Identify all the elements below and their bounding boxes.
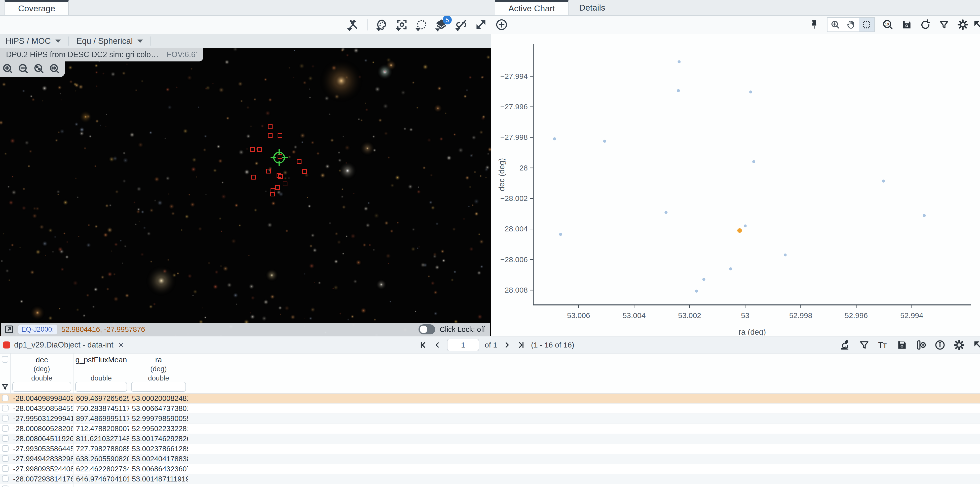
last-page-icon[interactable] xyxy=(517,341,525,349)
data-point[interactable] xyxy=(664,211,667,214)
expand-nw-icon[interactable] xyxy=(972,19,980,30)
data-point[interactable] xyxy=(729,267,732,270)
gear-icon[interactable] xyxy=(953,339,965,351)
palette-icon[interactable] xyxy=(376,19,388,31)
row-checkbox[interactable] xyxy=(2,405,8,412)
click-lock-toggle[interactable] xyxy=(418,324,435,334)
detection-marker[interactable] xyxy=(270,192,275,196)
row-checkbox[interactable] xyxy=(2,476,8,482)
data-point[interactable] xyxy=(923,214,926,217)
zoom-1x-icon[interactable]: 1X xyxy=(882,19,894,30)
next-page-icon[interactable] xyxy=(503,341,511,349)
filter-input-g-psffluxmean[interactable] xyxy=(75,382,127,392)
detection-marker[interactable] xyxy=(297,159,302,164)
row-checkbox[interactable] xyxy=(2,415,8,422)
detection-marker[interactable] xyxy=(278,133,282,138)
zoom-out-icon[interactable] xyxy=(18,63,29,75)
analyze-icon[interactable] xyxy=(840,339,851,351)
page-input[interactable] xyxy=(447,339,479,351)
row-checkbox[interactable] xyxy=(2,485,8,487)
filter-icon[interactable] xyxy=(859,339,870,351)
table-row[interactable]: -28.008064511926882811.621032714843853.0… xyxy=(0,434,980,444)
table-row[interactable]: -27.99503129994192897.486999511718852.99… xyxy=(0,414,980,424)
zoom-in-icon[interactable] xyxy=(2,63,14,75)
center-on-selection-icon[interactable] xyxy=(396,19,408,31)
detection-marker[interactable] xyxy=(250,147,255,152)
zoom-in-icon[interactable] xyxy=(827,18,843,32)
first-page-icon[interactable] xyxy=(419,341,427,349)
detection-marker[interactable] xyxy=(257,147,262,152)
add-column-icon[interactable] xyxy=(915,339,927,351)
tools-icon[interactable] xyxy=(347,19,359,31)
unlink-icon[interactable] xyxy=(455,19,467,31)
detection-marker[interactable] xyxy=(266,169,271,174)
expand-icon[interactable] xyxy=(475,19,487,31)
tab-coverage[interactable]: Coverage xyxy=(5,0,69,15)
popout-icon[interactable] xyxy=(4,324,14,334)
select-region-icon[interactable] xyxy=(415,19,428,31)
data-point[interactable] xyxy=(744,224,747,227)
scatter-chart[interactable]: 53.00653.00453.0025352.99852.99652.994−2… xyxy=(491,34,980,335)
data-point[interactable] xyxy=(784,254,787,257)
filter-icon[interactable] xyxy=(939,19,950,30)
zoom-fill-icon[interactable] xyxy=(49,63,60,75)
text-view-icon[interactable]: T T xyxy=(877,339,889,351)
data-point[interactable] xyxy=(695,290,698,292)
close-icon[interactable]: × xyxy=(119,340,124,350)
table-row[interactable]: -28.007293814176624646.974670410156253.0… xyxy=(0,474,980,484)
column-header-g-psffluxmean[interactable]: g_psfFluxMean double xyxy=(73,353,129,383)
row-checkbox[interactable] xyxy=(2,395,8,401)
data-point[interactable] xyxy=(882,180,885,182)
data-point[interactable] xyxy=(752,160,755,163)
table-row[interactable] xyxy=(0,484,980,487)
detection-marker[interactable] xyxy=(268,125,272,129)
detection-marker[interactable] xyxy=(302,169,307,174)
projection-dropdown[interactable]: Equ / Spherical xyxy=(76,36,143,46)
scatter-plot-canvas[interactable]: 53.00653.00453.0025352.99852.99652.994−2… xyxy=(491,34,980,335)
column-header-ra[interactable]: ra (deg) double xyxy=(129,353,188,383)
detection-marker[interactable] xyxy=(275,185,280,190)
table-row[interactable]: -27.998093524408386622.462280273437553.0… xyxy=(0,464,980,474)
table-row[interactable]: -28.00086052820697712.478820800781252.99… xyxy=(0,424,980,434)
detection-marker[interactable] xyxy=(251,175,256,180)
data-point[interactable] xyxy=(678,60,681,63)
data-point[interactable] xyxy=(702,278,705,281)
row-checkbox[interactable] xyxy=(2,425,8,432)
select-all-checkbox[interactable] xyxy=(2,356,8,362)
pan-hand-icon[interactable] xyxy=(843,18,859,32)
detection-marker[interactable] xyxy=(278,174,283,179)
data-point[interactable] xyxy=(559,233,562,236)
tab-details[interactable]: Details xyxy=(568,0,616,15)
filter-input-ra[interactable] xyxy=(131,382,186,392)
sky-image-viewer[interactable]: DP0.2 HiPS from DESC DC2 sim: gri colo… … xyxy=(0,48,491,336)
selected-data-point[interactable] xyxy=(737,228,742,233)
table-row[interactable]: -27.994942838298332638.260559082031253.0… xyxy=(0,454,980,464)
data-point[interactable] xyxy=(553,137,556,140)
save-icon[interactable] xyxy=(901,19,912,30)
hips-moc-dropdown[interactable]: HiPS / MOC xyxy=(6,36,61,46)
detection-marker[interactable] xyxy=(268,133,272,138)
gear-icon[interactable] xyxy=(957,19,969,30)
table-row[interactable]: -28.004350858455094750.283874511718853.0… xyxy=(0,404,980,414)
table-row[interactable]: -28.004098998402267609.469726562553.0002… xyxy=(0,394,980,404)
layers-icon[interactable]: 5 xyxy=(435,18,448,31)
row-checkbox[interactable] xyxy=(2,445,8,452)
info-icon[interactable] xyxy=(934,339,946,351)
row-checkbox[interactable] xyxy=(2,465,8,472)
tab-active-chart[interactable]: Active Chart xyxy=(495,0,568,15)
coord-system-chip[interactable]: EQ-J2000: xyxy=(18,324,57,334)
row-checkbox[interactable] xyxy=(2,455,8,462)
zoom-fit-icon[interactable] xyxy=(33,63,45,75)
filter-input-dec[interactable] xyxy=(12,382,71,392)
box-select-icon[interactable] xyxy=(859,18,874,32)
expand-nw-icon[interactable] xyxy=(972,339,980,351)
column-header-dec[interactable]: dec (deg) double xyxy=(11,353,73,383)
row-checkbox[interactable] xyxy=(2,435,8,442)
pin-icon[interactable] xyxy=(808,19,820,30)
table-tab[interactable]: dp1_v29.DiaObject - data-int × xyxy=(0,340,123,350)
prev-page-icon[interactable] xyxy=(433,341,441,349)
data-point[interactable] xyxy=(677,89,680,92)
add-chart-icon[interactable] xyxy=(495,18,508,31)
data-point[interactable] xyxy=(749,90,752,93)
save-icon[interactable] xyxy=(896,339,907,351)
